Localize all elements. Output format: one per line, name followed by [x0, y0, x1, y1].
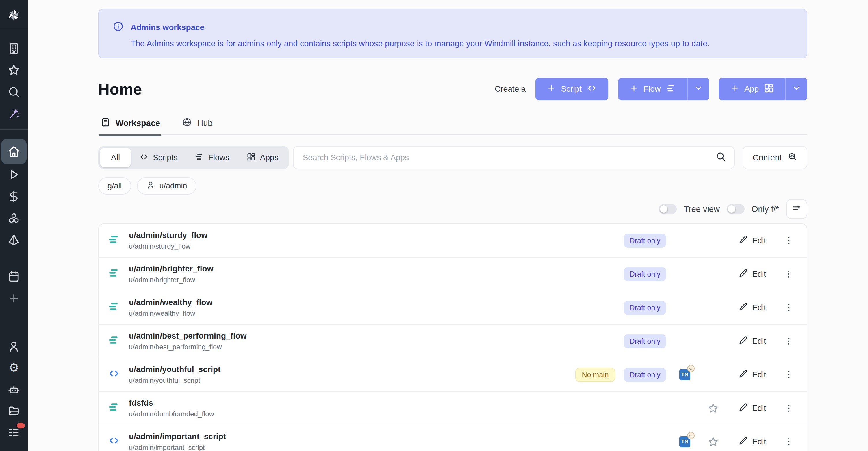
only-f-label: Only f/* [751, 204, 779, 214]
item-path: u/admin/wealthy_flow [129, 309, 212, 318]
segment-flows[interactable]: Flows [186, 148, 238, 168]
settings-gear-icon[interactable]: ⚙ [0, 361, 28, 374]
no-main-badge: No main [575, 368, 615, 382]
resources-boxes-icon[interactable] [0, 212, 28, 225]
pencil-icon [739, 403, 747, 414]
favorites-star-icon[interactable] [0, 64, 28, 76]
kebab-menu-button[interactable] [782, 300, 796, 315]
edit-button[interactable]: Edit [735, 335, 770, 347]
edit-button[interactable]: Edit [735, 369, 770, 381]
tab-workspace-label: Workspace [116, 119, 160, 128]
kebab-menu-button[interactable] [782, 367, 796, 382]
content-button-label: Content [752, 153, 782, 162]
list-item[interactable]: u/admin/sturdy_flow u/admin/sturdy_flow … [99, 224, 807, 258]
item-title: u/admin/brighter_flow [129, 264, 213, 273]
plus-icon [630, 84, 638, 94]
edit-button[interactable]: Edit [735, 402, 770, 414]
schedules-pyramid-icon[interactable] [0, 234, 28, 246]
item-title: u/admin/wealthy_flow [129, 298, 212, 307]
segment-scripts[interactable]: Scripts [131, 148, 186, 168]
tree-view-toggle[interactable] [659, 204, 677, 214]
list-item[interactable]: u/admin/brighter_flow u/admin/brighter_f… [99, 258, 807, 291]
apps-building-icon[interactable] [0, 42, 28, 55]
ai-wand-icon[interactable] [0, 108, 28, 120]
home-icon[interactable] [1, 139, 27, 164]
item-path: u/admin/dumbfounded_flow [129, 410, 214, 418]
favorite-star-icon[interactable] [707, 436, 719, 448]
kebab-menu-button[interactable] [782, 401, 796, 416]
search-input[interactable] [302, 152, 716, 163]
segment-all[interactable]: All [100, 148, 131, 168]
create-script-button[interactable]: Script [535, 78, 608, 100]
chip-group-all[interactable]: g/all [98, 177, 131, 194]
notification-dot [17, 423, 25, 428]
sidebar-divider [0, 129, 28, 129]
create-script-label: Script [561, 84, 582, 94]
type-filter-segmented: All Scripts Flows [98, 146, 289, 169]
item-path: u/admin/brighter_flow [129, 276, 213, 284]
item-title: u/admin/youthful_script [129, 365, 220, 374]
folders-icon[interactable] [0, 405, 28, 418]
content-search-button[interactable]: Content [743, 146, 807, 169]
create-flow-button[interactable]: Flow [618, 78, 687, 100]
item-title: u/admin/sturdy_flow [129, 231, 208, 240]
kebab-menu-button[interactable] [782, 434, 796, 449]
script-code-icon [108, 368, 120, 382]
calendar-icon[interactable] [0, 270, 28, 283]
script-code-icon [108, 435, 120, 449]
admins-workspace-banner: Admins workspace The Admins workspace is… [98, 9, 807, 58]
chip-user-admin[interactable]: u/admin [137, 177, 196, 194]
list-item[interactable]: u/admin/important_script u/admin/importa… [99, 425, 807, 451]
edit-button[interactable]: Edit [735, 235, 770, 247]
tabs: Workspace Hub [98, 117, 807, 135]
banner-body: The Admins workspace is for admins only … [131, 39, 793, 48]
favorite-star-icon[interactable] [707, 402, 719, 414]
list-item[interactable]: u/admin/best_performing_flow u/admin/bes… [99, 325, 807, 358]
kebab-menu-button[interactable] [782, 334, 796, 349]
variables-dollar-icon[interactable] [0, 190, 28, 203]
typescript-bun-icon: TS [679, 369, 690, 380]
edit-button[interactable]: Edit [735, 268, 770, 280]
search-icon[interactable] [0, 86, 28, 98]
segment-apps[interactable]: Apps [238, 148, 287, 168]
page-title: Home [98, 80, 142, 98]
app-grid-icon [764, 83, 774, 95]
chip-group-label: g/all [107, 182, 122, 190]
create-flow-label: Flow [644, 84, 660, 94]
item-title: fdsfds [129, 398, 214, 408]
edit-button[interactable]: Edit [735, 302, 770, 314]
pencil-icon [739, 369, 747, 380]
list-item[interactable]: fdsfds u/admin/dumbfounded_flow No main … [99, 392, 807, 425]
tab-hub-label: Hub [197, 119, 212, 128]
flow-bars-icon [195, 152, 204, 163]
segment-apps-label: Apps [260, 153, 279, 162]
edit-button[interactable]: Edit [735, 436, 770, 448]
create-app-label: App [744, 84, 759, 94]
logs-icon[interactable] [0, 426, 28, 439]
filter-plus-icon [792, 203, 802, 215]
create-app-dropdown[interactable] [785, 78, 807, 100]
list-item[interactable]: u/admin/wealthy_flow u/admin/wealthy_flo… [99, 291, 807, 325]
item-title: u/admin/best_performing_flow [129, 331, 247, 340]
create-flow-dropdown[interactable] [687, 78, 709, 100]
list-item[interactable]: u/admin/youthful_script u/admin/youthful… [99, 358, 807, 392]
draft-only-badge: Draft only [624, 334, 666, 349]
flow-bars-icon [666, 83, 676, 95]
runs-play-icon[interactable] [0, 168, 28, 181]
pencil-icon [739, 235, 747, 246]
tab-workspace[interactable]: Workspace [99, 117, 161, 134]
workers-bot-icon[interactable] [0, 383, 28, 396]
kebab-menu-button[interactable] [782, 267, 796, 281]
kebab-menu-button[interactable] [782, 233, 796, 248]
filter-options-button[interactable] [786, 199, 807, 219]
sidebar: ⚙ [0, 0, 28, 451]
add-plus-icon[interactable] [0, 292, 28, 305]
user-icon[interactable] [0, 340, 28, 353]
main-content: Admins workspace The Admins workspace is… [28, 0, 868, 451]
tab-hub[interactable]: Hub [181, 117, 214, 134]
segment-scripts-label: Scripts [153, 153, 178, 162]
only-f-toggle[interactable] [727, 204, 745, 214]
windmill-logo[interactable] [0, 7, 28, 23]
create-app-button[interactable]: App [719, 78, 785, 100]
draft-only-badge: Draft only [624, 234, 666, 248]
